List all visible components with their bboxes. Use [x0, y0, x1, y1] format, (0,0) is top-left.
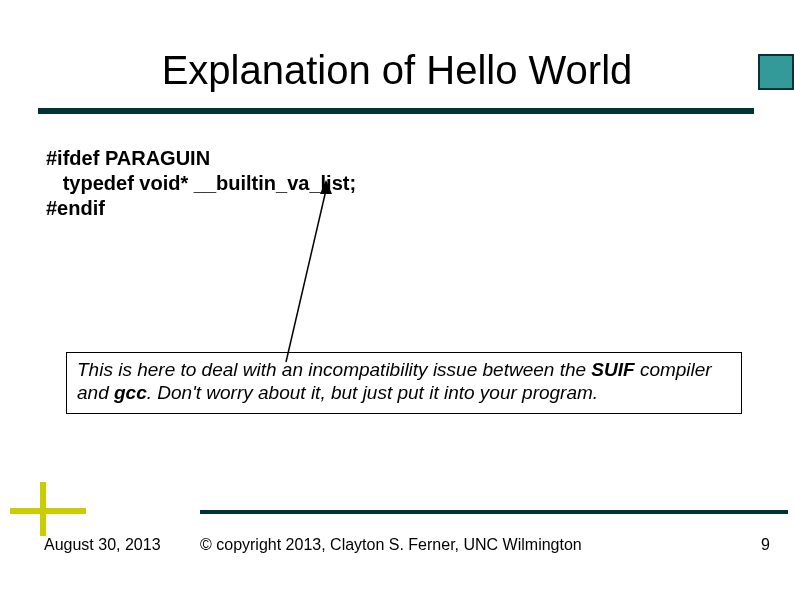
- code-line-1: #ifdef PARAGUIN: [46, 147, 210, 169]
- title-underline: [38, 108, 754, 114]
- page-number: 9: [761, 536, 770, 554]
- footer-cross-horizontal: [10, 508, 86, 514]
- slide: Explanation of Hello World #ifdef PARAGU…: [0, 0, 794, 595]
- note-text-pre: This is here to deal with an incompatibi…: [77, 359, 591, 380]
- code-line-3: #endif: [46, 197, 105, 219]
- note-text-post: . Don't worry about it, but just put it …: [147, 382, 598, 403]
- page-title: Explanation of Hello World: [0, 48, 794, 93]
- corner-decoration: [758, 54, 794, 90]
- footer-copyright: © copyright 2013, Clayton S. Ferner, UNC…: [200, 536, 582, 554]
- code-line-2: typedef void* __builtin_va_list;: [46, 172, 356, 194]
- code-block: #ifdef PARAGUIN typedef void* __builtin_…: [46, 146, 356, 221]
- footer-divider: [200, 510, 788, 514]
- note-bold-suif: SUIF: [591, 359, 634, 380]
- footer-date: August 30, 2013: [44, 536, 161, 554]
- note-bold-gcc: gcc: [114, 382, 147, 403]
- note-box: This is here to deal with an incompatibi…: [66, 352, 742, 414]
